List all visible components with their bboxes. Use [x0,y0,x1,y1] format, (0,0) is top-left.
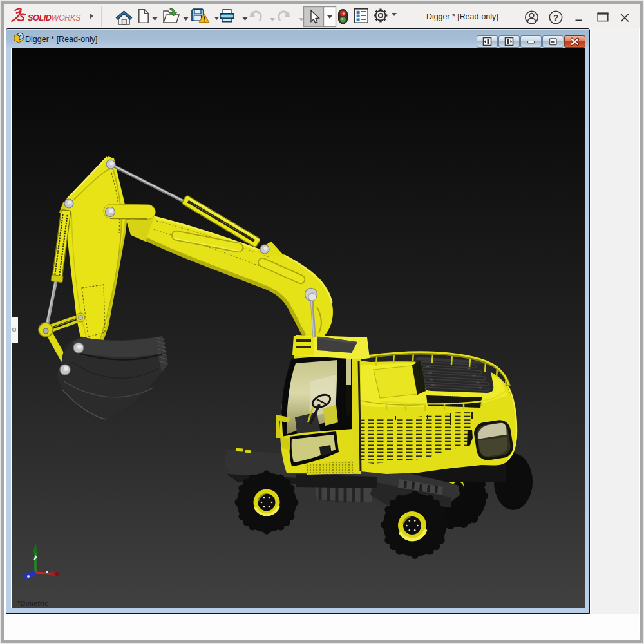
svg-text:*Dimetric: *Dimetric [17,600,48,607]
svg-text:?: ? [553,13,558,23]
svg-text:Digger * [Read-only]: Digger * [Read-only] [426,12,498,21]
